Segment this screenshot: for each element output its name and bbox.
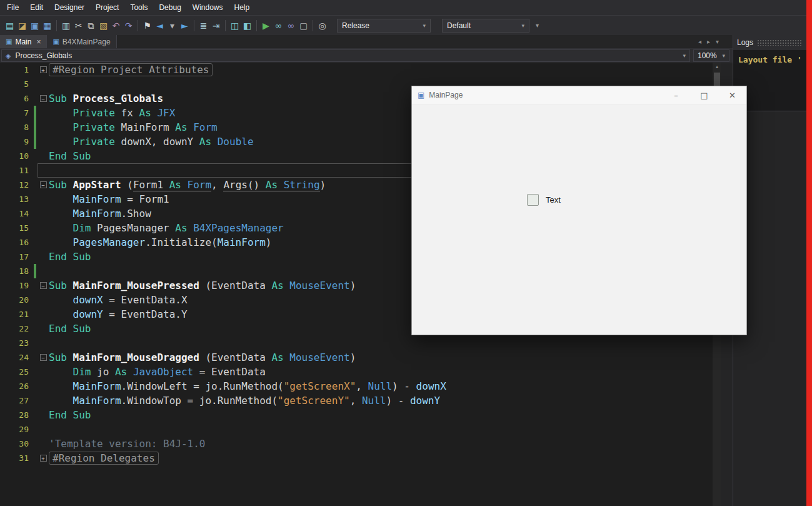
code-token: fx	[121, 107, 139, 119]
navigate-back-icon[interactable]: ◄	[154, 19, 166, 32]
goto-line-icon[interactable]: ⇥	[210, 19, 222, 32]
bridge-icon[interactable]: ∞	[273, 19, 284, 32]
sub-navigator-select[interactable]: ◈ Process_Globals ▾	[1, 49, 690, 62]
tab-scroll-left-icon[interactable]: ◂	[698, 38, 701, 45]
menu-help[interactable]: Help	[229, 0, 256, 15]
change-marker	[34, 221, 36, 235]
code-token: Null	[368, 380, 393, 392]
logs-panel-header[interactable]: Logs	[733, 35, 806, 50]
layouts-icon[interactable]: ◧	[241, 19, 253, 32]
menu-file[interactable]: File	[1, 0, 24, 15]
code-line-30[interactable]: 30'Template version: B4J-1.0	[0, 437, 721, 451]
change-marker	[34, 307, 36, 321]
code-token: Form1	[133, 179, 169, 191]
code-token: #Region Project Attributes	[49, 63, 213, 76]
expand-icon[interactable]: +	[40, 66, 47, 73]
menu-debug[interactable]: Debug	[153, 0, 186, 15]
connect-device-icon[interactable]: ∞	[285, 19, 297, 32]
tab-list-dropdown-icon[interactable]: ▾	[716, 38, 719, 45]
checkbox[interactable]	[527, 194, 539, 206]
code-line-31[interactable]: 31+#Region Delegates	[0, 451, 721, 465]
code-token: As	[175, 222, 193, 234]
chevron-down-icon: ▾	[521, 23, 524, 29]
code-token	[49, 395, 73, 407]
copy-icon[interactable]: ⧉	[85, 19, 97, 32]
menu-designer[interactable]: Designer	[49, 0, 90, 15]
code-token: downX, downY	[121, 136, 199, 148]
save-icon[interactable]: ▣	[29, 19, 41, 32]
navigate-forward-icon[interactable]: ►	[179, 19, 191, 32]
code-line-28[interactable]: 28End Sub	[0, 408, 721, 422]
cut-icon[interactable]: ✂	[73, 19, 84, 32]
redo-icon[interactable]: ↷	[123, 19, 134, 32]
code-text: Dim jo As JavaObject = EventData	[49, 365, 721, 379]
menu-windows[interactable]: Windows	[187, 0, 229, 15]
mainpage-titlebar[interactable]: ▣ MainPage – □ ✕	[412, 86, 746, 104]
code-line-27[interactable]: 27 MainForm.WindowTop = jo.RunMethod("ge…	[0, 393, 721, 408]
code-token: downX	[416, 380, 446, 392]
history-dropdown-icon[interactable]: ▾	[166, 19, 178, 32]
libraries-icon[interactable]: ◎	[316, 19, 328, 32]
collapse-icon[interactable]: −	[40, 354, 47, 361]
tab-scroll-right-icon[interactable]: ▸	[707, 38, 710, 45]
close-button[interactable]: ✕	[718, 86, 746, 104]
fold-column[interactable]: −	[38, 278, 49, 293]
code-token: As	[266, 179, 284, 191]
change-marker	[34, 437, 36, 451]
collapse-icon[interactable]: −	[40, 95, 47, 102]
code-token: 'Template version: B4J-1.0	[49, 438, 205, 450]
menu-tools[interactable]: Tools	[124, 0, 153, 15]
change-marker	[34, 350, 36, 365]
find-sub-icon[interactable]: ≣	[198, 19, 209, 32]
change-marker	[34, 206, 36, 221]
save-all-icon[interactable]: ▦	[41, 19, 53, 32]
code-token: = EventData.X	[103, 294, 188, 306]
code-token	[49, 193, 73, 205]
run-icon[interactable]: ▶	[260, 19, 272, 32]
scroll-up-icon[interactable]: ▴	[713, 63, 721, 71]
build-configuration-select[interactable]: Release ▾	[337, 19, 431, 33]
code-token: downY	[410, 395, 440, 407]
line-number: 1	[0, 63, 33, 77]
code-line-24[interactable]: 24−Sub MainForm_MouseDragged (EventData …	[0, 350, 721, 365]
code-line-23[interactable]: 23	[0, 336, 721, 350]
code-token: MainForm	[73, 380, 121, 392]
tab-main[interactable]: ▣Main×	[0, 35, 47, 48]
open-project-icon[interactable]: ◪	[16, 19, 28, 32]
fold-column[interactable]: −	[38, 350, 49, 365]
collapse-icon[interactable]: −	[40, 282, 47, 289]
maximize-button[interactable]: □	[690, 86, 718, 104]
code-text	[49, 336, 721, 350]
minimize-button[interactable]: –	[662, 86, 690, 104]
menu-edit[interactable]: Edit	[24, 0, 49, 15]
undo-icon[interactable]: ↶	[110, 19, 122, 32]
change-marker	[34, 321, 36, 336]
line-number: 18	[0, 264, 33, 278]
tab-label: B4XMainPage	[63, 38, 111, 46]
collapse-icon[interactable]: −	[40, 181, 47, 188]
fold-column[interactable]: −	[38, 91, 49, 106]
menu-project[interactable]: Project	[90, 0, 124, 15]
paste-icon[interactable]: ▧	[98, 19, 109, 32]
designer-icon[interactable]: ◫	[229, 19, 241, 32]
export-icon[interactable]: ▥	[60, 19, 72, 32]
toolbar-overflow-icon[interactable]: ▾	[536, 22, 539, 29]
code-line-29[interactable]: 29	[0, 422, 721, 437]
conditional-symbols-select[interactable]: Default ▾	[442, 19, 529, 33]
new-file-icon[interactable]: ▤	[4, 19, 16, 32]
change-marker	[34, 192, 36, 206]
bookmark-icon[interactable]: ⚑	[141, 19, 153, 32]
zoom-select[interactable]: 100% ▾	[693, 49, 729, 62]
stop-icon[interactable]: ▢	[298, 19, 309, 32]
tab-b4xmainpage[interactable]: ▣B4XMainPage	[47, 35, 116, 48]
fold-column	[38, 321, 49, 336]
expand-icon[interactable]: +	[40, 455, 47, 462]
code-line-25[interactable]: 25 Dim jo As JavaObject = EventData	[0, 365, 721, 379]
code-line-1[interactable]: 1+#Region Project Attributes	[0, 63, 721, 77]
code-token: JFX	[157, 107, 175, 119]
code-line-26[interactable]: 26 MainForm.WindowLeft = jo.RunMethod("g…	[0, 379, 721, 393]
fold-column[interactable]: +	[38, 63, 49, 77]
fold-column[interactable]: +	[38, 451, 49, 465]
fold-column[interactable]: −	[38, 178, 49, 192]
tab-close-icon[interactable]: ×	[36, 38, 41, 46]
